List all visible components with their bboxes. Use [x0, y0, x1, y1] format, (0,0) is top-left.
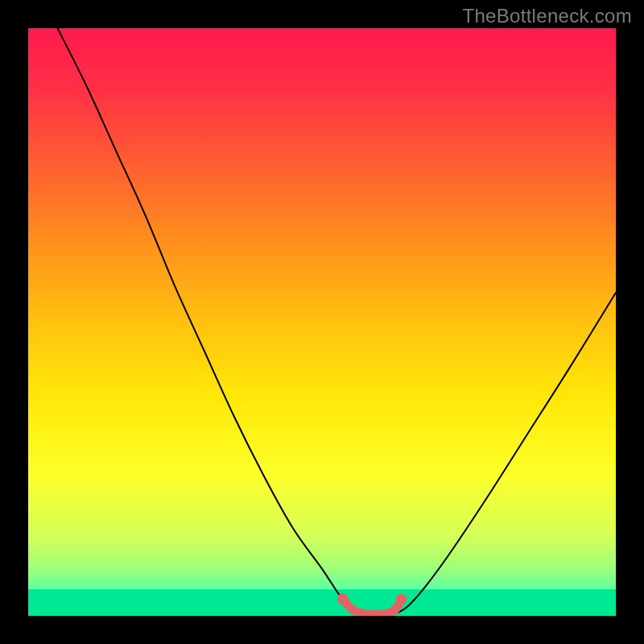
chart-svg	[28, 28, 616, 616]
optimal-band	[28, 589, 616, 616]
chart-frame: TheBottleneck.com	[0, 0, 644, 644]
highlight-endcap	[337, 593, 349, 605]
watermark-text: TheBottleneck.com	[462, 5, 632, 27]
gradient-background	[28, 28, 616, 616]
highlight-endcap	[396, 594, 407, 605]
plot-area	[28, 28, 616, 616]
